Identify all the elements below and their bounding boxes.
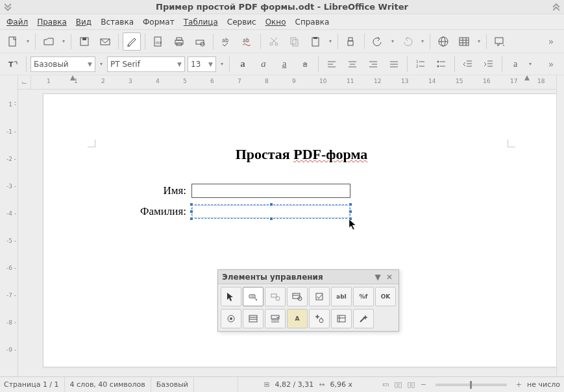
numbered-list-button[interactable]: 12 <box>411 55 430 73</box>
combobox-button[interactable] <box>265 309 286 328</box>
svg-text:1: 1 <box>416 59 419 64</box>
checkbox-button[interactable] <box>309 287 330 306</box>
menu-window[interactable]: Окно <box>262 16 290 29</box>
increase-indent-button[interactable] <box>480 55 498 73</box>
comment-button[interactable] <box>491 32 509 51</box>
export-pdf-button[interactable]: PDF <box>149 32 167 51</box>
email-button[interactable] <box>96 32 114 51</box>
undo-button[interactable] <box>369 32 387 51</box>
print-preview-button[interactable] <box>191 32 209 51</box>
form-properties-button[interactable] <box>287 287 308 306</box>
form-controls-titlebar[interactable]: Элементы управления ▼ ✕ <box>218 270 398 284</box>
strike-button[interactable]: a <box>296 55 314 73</box>
copy-button[interactable] <box>286 32 304 51</box>
autospell-button[interactable]: ab <box>238 32 256 51</box>
underline-button[interactable]: a <box>275 55 293 73</box>
more-controls-button[interactable] <box>309 309 330 328</box>
maximize-icon[interactable] <box>552 3 560 11</box>
align-right-button[interactable] <box>364 55 382 73</box>
view-single-page-icon[interactable]: ▭ <box>382 380 389 389</box>
status-language[interactable] <box>199 377 238 392</box>
wizard-button[interactable] <box>353 309 374 328</box>
status-insert-mode-icon[interactable]: ⊞ <box>264 380 269 389</box>
horizontal-ruler[interactable]: 1123456789101112131415161718 <box>31 75 556 90</box>
paragraph-style-dropdown[interactable]: ▾ <box>98 61 104 67</box>
font-size-combo[interactable]: 13▼ <box>188 56 216 72</box>
sidebar-strip[interactable] <box>556 75 564 376</box>
status-style[interactable]: Базовый <box>156 377 194 392</box>
font-size-dropdown[interactable]: ▾ <box>219 61 225 67</box>
menu-view[interactable]: Вид <box>72 16 95 29</box>
new-doc-button[interactable] <box>4 32 22 51</box>
select-tool-button[interactable] <box>221 287 241 306</box>
font-color-button[interactable]: a <box>506 55 524 73</box>
font-color-dropdown[interactable]: ▾ <box>527 61 533 67</box>
menu-insert[interactable]: Вставка <box>97 16 138 29</box>
bullet-list-button[interactable] <box>432 55 450 73</box>
listbox-button[interactable] <box>243 309 264 328</box>
open-button[interactable] <box>40 32 58 51</box>
menu-file[interactable]: Файл <box>3 16 32 29</box>
form-controls-title: Элементы управления <box>222 273 323 282</box>
menu-table[interactable]: Таблица <box>180 16 222 29</box>
toolbar-overflow[interactable]: » <box>542 32 560 51</box>
table-dropdown[interactable]: ▾ <box>476 38 482 44</box>
status-page[interactable]: Страница 1 / 1 <box>4 377 65 392</box>
paste-dropdown[interactable]: ▾ <box>327 38 334 44</box>
table-button[interactable] <box>455 32 473 51</box>
spellcheck-button[interactable]: ab <box>217 32 236 51</box>
align-left-button[interactable] <box>323 55 341 73</box>
paste-button[interactable] <box>306 32 325 51</box>
menu-tools[interactable]: Сервис <box>223 16 260 29</box>
new-doc-dropdown[interactable]: ▾ <box>25 38 31 44</box>
align-center-button[interactable] <box>343 55 362 73</box>
form-navigator-button[interactable] <box>331 309 352 328</box>
formatted-field-button[interactable]: %f <box>353 287 374 306</box>
decrease-indent-button[interactable] <box>459 55 477 73</box>
font-name-combo[interactable]: PT Serif▼ <box>107 56 185 72</box>
pushbutton-button[interactable]: OK <box>375 287 396 306</box>
toolbar-menu-icon[interactable]: ▼ <box>373 272 383 282</box>
italic-button[interactable]: a <box>254 55 273 73</box>
control-properties-button[interactable] <box>265 287 286 306</box>
zoom-slider[interactable] <box>435 384 507 386</box>
view-book-icon[interactable]: ▯▯ <box>408 380 415 389</box>
form-controls-toolbar[interactable]: Элементы управления ▼ ✕ OK abI <box>217 269 399 332</box>
open-dropdown[interactable]: ▾ <box>60 38 67 44</box>
label-surname[interactable]: Фамилия: <box>108 205 186 218</box>
label-name[interactable]: Имя: <box>108 184 186 197</box>
clone-format-button[interactable] <box>342 32 360 51</box>
align-justify-button[interactable] <box>385 55 403 73</box>
zoom-in-icon[interactable]: + <box>516 380 522 389</box>
minimize-icon[interactable] <box>4 3 12 11</box>
edit-mode-button[interactable] <box>123 32 141 51</box>
input-surname[interactable] <box>191 204 350 219</box>
label-button[interactable]: A <box>287 309 308 328</box>
format-toolbar-overflow[interactable]: » <box>542 55 560 73</box>
print-button[interactable] <box>170 32 188 51</box>
input-name[interactable] <box>191 184 350 198</box>
view-multi-page-icon[interactable]: ▯▯ <box>394 380 402 389</box>
cut-button[interactable] <box>265 32 283 51</box>
close-icon[interactable]: ✕ <box>384 272 395 282</box>
bold-button[interactable]: a <box>234 55 252 73</box>
document-area[interactable]: Простая PDF-форма Имя: Фамилия: <box>18 90 556 376</box>
vertical-ruler: - 1 --1 --2 --3 --4 --5 --6 --7 --8 --9 … <box>0 75 18 376</box>
redo-button[interactable] <box>398 32 417 51</box>
zoom-out-icon[interactable]: − <box>421 380 426 389</box>
undo-dropdown[interactable]: ▾ <box>389 38 396 44</box>
radio-button[interactable] <box>221 309 241 328</box>
menu-format[interactable]: Формат <box>139 16 178 29</box>
status-words[interactable]: 4 слов, 40 символов <box>70 377 151 392</box>
hyperlink-button[interactable] <box>434 32 452 51</box>
styles-button[interactable]: T <box>4 55 22 73</box>
redo-dropdown[interactable]: ▾ <box>419 38 426 44</box>
paragraph-style-combo[interactable]: Базовый▼ <box>31 56 95 72</box>
textbox-button[interactable]: abI <box>331 287 352 306</box>
save-button[interactable] <box>75 32 93 51</box>
status-overwrite[interactable]: не число <box>527 380 560 389</box>
menu-edit[interactable]: Правка <box>33 16 71 29</box>
menu-help[interactable]: Справка <box>291 16 334 29</box>
design-mode-button[interactable]: OK <box>243 287 264 306</box>
document-heading[interactable]: Простая PDF-форма <box>236 146 368 163</box>
